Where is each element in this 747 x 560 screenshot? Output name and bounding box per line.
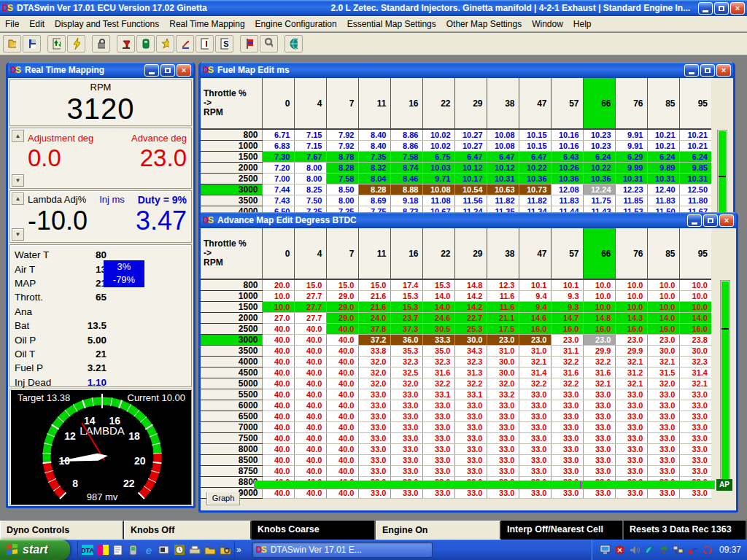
map-cell[interactable]: 30.0 — [647, 346, 679, 357]
map-cell[interactable]: 10.0 — [583, 279, 615, 291]
throttle-col-header-0[interactable]: 0 — [262, 228, 294, 279]
map-cell[interactable]: 10.12 — [487, 163, 519, 174]
map-cell[interactable]: 33.0 — [647, 389, 679, 400]
map-cell[interactable]: 33.0 — [358, 466, 390, 477]
map-cell[interactable]: 20.0 — [262, 279, 294, 291]
map-cell[interactable]: 33.0 — [679, 455, 711, 466]
map-cell[interactable]: 33.0 — [615, 400, 647, 411]
map-cell[interactable]: 6.71 — [262, 129, 294, 141]
rpm-row-header-1500[interactable]: 1500 — [201, 302, 262, 313]
map-cell[interactable]: 40.0 — [262, 335, 294, 346]
map-cell[interactable]: 11.80 — [679, 195, 711, 206]
map-cell[interactable]: 33.0 — [519, 400, 551, 411]
rpm-row-header-6000[interactable]: 6000 — [201, 400, 262, 411]
map-cell[interactable]: 33.0 — [583, 389, 615, 400]
map-cell[interactable]: 16.0 — [583, 324, 615, 335]
map-cell[interactable]: 33.0 — [615, 466, 647, 477]
map-cell[interactable]: 31.6 — [583, 368, 615, 378]
map-cell[interactable]: 33.0 — [519, 411, 551, 422]
map-cell[interactable]: 40.0 — [294, 335, 326, 346]
map-cell[interactable]: 40.0 — [262, 433, 294, 444]
map-cell[interactable]: 33.0 — [422, 444, 454, 455]
map-cell[interactable]: 40.0 — [326, 400, 358, 411]
media-icon[interactable] — [158, 544, 170, 556]
map-cell[interactable]: 9.99 — [615, 163, 647, 174]
map-cell[interactable]: 14.0 — [679, 313, 711, 324]
map-cell[interactable]: 10.15 — [519, 129, 551, 141]
lock-button[interactable] — [92, 35, 110, 52]
map-cell[interactable]: 10.36 — [519, 174, 551, 184]
map-cell[interactable]: 16.0 — [519, 324, 551, 335]
map-cell[interactable]: 37.3 — [390, 324, 422, 335]
map-cell[interactable]: 32.1 — [615, 357, 647, 368]
map-cell[interactable]: 32.2 — [422, 378, 454, 389]
rpm-row-header-8750[interactable]: 8750 — [201, 466, 262, 477]
throttle-col-header-11[interactable]: 11 — [358, 228, 390, 279]
map-cell[interactable]: 11.82 — [487, 195, 519, 206]
map-cell[interactable]: 23.0 — [647, 335, 679, 346]
map-cell[interactable]: 15.3 — [390, 302, 422, 313]
map-cell[interactable]: 31.1 — [551, 346, 583, 357]
map-cell[interactable]: 40.0 — [326, 411, 358, 422]
map-cell[interactable]: 40.0 — [326, 378, 358, 389]
messenger-tray-icon[interactable] — [643, 544, 655, 556]
map-cell[interactable]: 40.0 — [326, 368, 358, 378]
map-cell[interactable]: 33.0 — [551, 389, 583, 400]
map-cell[interactable]: 30.0 — [679, 346, 711, 357]
status-resets-3-data-rec-1363[interactable]: Resets 3 Data Rec 1363 — [624, 521, 747, 540]
open-file-button[interactable] — [3, 35, 21, 52]
quick-launch-overflow-chevron[interactable]: » — [236, 545, 241, 555]
rpm-row-header-8000[interactable]: 8000 — [201, 444, 262, 455]
throttle-col-header-57[interactable]: 57 — [551, 78, 583, 129]
map-cell[interactable]: 14.8 — [454, 279, 487, 291]
throttle-col-header-66[interactable]: 66 — [583, 228, 615, 279]
security-shield-tray-icon[interactable] — [614, 544, 626, 556]
rpm-row-header-1000[interactable]: 1000 — [201, 291, 262, 302]
map-cell[interactable]: 33.0 — [551, 400, 583, 411]
map-cell[interactable]: 33.0 — [551, 411, 583, 422]
map-cell[interactable]: 21.6 — [358, 302, 390, 313]
fuel-minimize-button[interactable] — [684, 64, 699, 77]
map-cell[interactable]: 14.2 — [454, 302, 487, 313]
map-cell[interactable]: 10.63 — [487, 184, 519, 195]
map-cell[interactable]: 40.0 — [262, 400, 294, 411]
map-cell[interactable]: 40.0 — [262, 422, 294, 433]
map-cell[interactable]: 33.0 — [454, 400, 487, 411]
map-cell[interactable]: 6.24 — [679, 152, 711, 163]
map-cell[interactable]: 15.0 — [358, 279, 390, 291]
map-cell[interactable]: 36.0 — [390, 335, 422, 346]
map-cell[interactable]: 29.9 — [583, 346, 615, 357]
map-cell[interactable]: 30.0 — [487, 368, 519, 378]
map-cell[interactable]: 33.0 — [358, 433, 390, 444]
rpm-row-header-2500[interactable]: 2500 — [201, 174, 262, 184]
rpm-row-header-2000[interactable]: 2000 — [201, 163, 262, 174]
map-cell[interactable]: 33.0 — [422, 433, 454, 444]
map-cell[interactable]: 10.0 — [615, 291, 647, 302]
map-cell[interactable]: 33.0 — [454, 422, 487, 433]
map-cell[interactable]: 10.0 — [647, 279, 679, 291]
map-cell[interactable]: 34.3 — [454, 346, 487, 357]
letter-s-button[interactable]: S — [215, 35, 233, 52]
map-cell[interactable]: 10.0 — [647, 291, 679, 302]
map-cell[interactable]: 7.44 — [262, 184, 294, 195]
map-cell[interactable]: 11.6 — [487, 291, 519, 302]
map-cell[interactable]: 23.0 — [487, 335, 519, 346]
map-cell[interactable]: 14.7 — [551, 313, 583, 324]
map-cell[interactable]: 27.7 — [294, 313, 326, 324]
map-cell[interactable]: 15.0 — [326, 279, 358, 291]
map-cell[interactable]: 33.0 — [551, 466, 583, 477]
map-cell[interactable]: 6.47 — [487, 152, 519, 163]
refresh-button[interactable] — [47, 35, 66, 52]
map-cell[interactable]: 12.40 — [647, 184, 679, 195]
map-cell[interactable]: 14.2 — [454, 291, 487, 302]
map-cell[interactable]: 17.4 — [390, 279, 422, 291]
map-cell[interactable]: 15.3 — [390, 291, 422, 302]
map-cell[interactable]: 33.0 — [615, 389, 647, 400]
map-cell[interactable]: 12.3 — [487, 279, 519, 291]
map-cell[interactable]: 40.0 — [326, 335, 358, 346]
map-cell[interactable]: 33.0 — [679, 411, 711, 422]
map-cell[interactable]: 40.0 — [326, 466, 358, 477]
throttle-col-header-4[interactable]: 4 — [294, 78, 326, 129]
map-cell[interactable]: 10.0 — [583, 302, 615, 313]
map-cell[interactable]: 31.4 — [519, 368, 551, 378]
